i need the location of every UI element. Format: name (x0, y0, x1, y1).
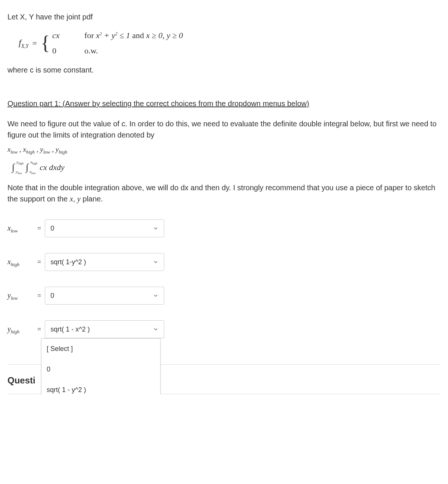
ylow-dropdown[interactable]: 0 (45, 287, 164, 305)
case1-left: cx (52, 29, 73, 41)
xhigh-row: xhigh = sqrt( 1-y^2 ) (7, 253, 441, 271)
integrand: cx dxdy (40, 161, 65, 173)
yhigh-row: yhigh = sqrt( 1 - x^2 ) [ Select ] 0 sqr… (7, 320, 441, 338)
yhigh-dropdown[interactable]: sqrt( 1 - x^2 ) (45, 320, 164, 338)
yhigh-dropdown-list: [ Select ] 0 sqrt( 1 - y^2 ) 1 sqrt( 1 -… (41, 338, 161, 394)
question-part-1-heading: Question part 1: (Answer by selecting th… (7, 98, 441, 109)
yhigh-dropdown-value: sqrt( 1 - x^2 ) (50, 324, 90, 335)
case2-left: 0 (52, 44, 73, 57)
xhigh-dropdown[interactable]: sqrt( 1-y^2 ) (45, 253, 164, 271)
xlow-dropdown-value: 0 (50, 223, 54, 234)
xlow-row: xlow = 0 (7, 219, 441, 237)
pdf-formula: fX,Y = { cx for x2 + y2 ≤ 1 and x ≥ 0, y… (19, 29, 441, 57)
formula-lhs: f (19, 38, 21, 47)
formula-lhs-sub: X,Y (21, 43, 29, 49)
dropdown-option-sqrt1y2[interactable]: sqrt( 1 - y^2 ) (41, 380, 160, 394)
xhigh-dropdown-value: sqrt( 1-y^2 ) (50, 257, 86, 267)
chevron-down-icon (153, 225, 159, 231)
chevron-down-icon (153, 259, 159, 265)
xlow-dropdown[interactable]: 0 (45, 219, 164, 237)
ylow-dropdown-value: 0 (50, 291, 54, 301)
integration-vars: xlow , xhigh , ylow , yhigh (7, 144, 441, 155)
intro-text: Let X, Y have the joint pdf (7, 11, 441, 22)
dropdown-option-0[interactable]: 0 (41, 359, 160, 380)
paragraph-1: We need to figure out the value of c. In… (7, 118, 441, 141)
chevron-down-icon (153, 326, 159, 332)
case2-right: o.w. (84, 44, 98, 57)
where-text: where c is some constant. (7, 64, 441, 75)
note-paragraph: Note that in the double integration abov… (7, 182, 441, 204)
dropdown-option-placeholder[interactable]: [ Select ] (41, 339, 160, 359)
chevron-down-icon (153, 293, 159, 299)
integral-expression: ∫ yhigh ylow ∫ xhigh xlow cx dxdy (12, 160, 441, 175)
ylow-row: ylow = 0 (7, 287, 441, 305)
case1-prefix: for (84, 31, 96, 40)
